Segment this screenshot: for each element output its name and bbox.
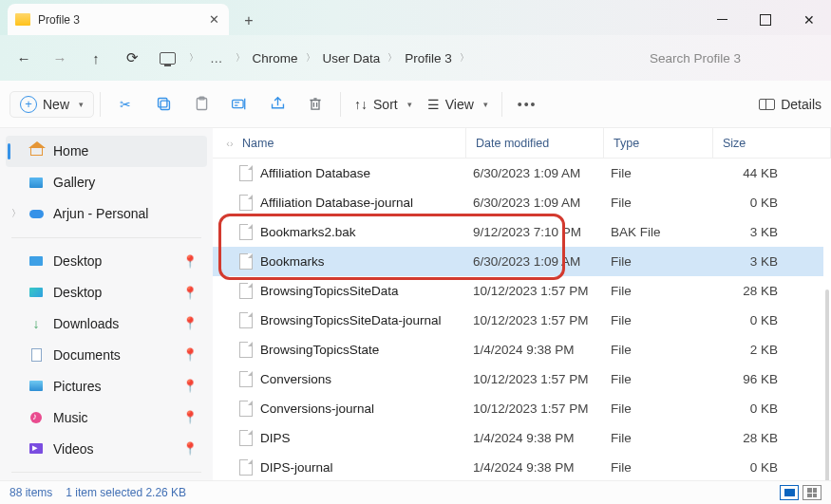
column-header-type[interactable]: Type	[604, 128, 713, 158]
chevron-right-icon[interactable]: 〉	[387, 51, 397, 65]
pin-icon[interactable]: 📍	[182, 410, 198, 424]
file-name: Affiliation Database-journal	[260, 196, 413, 210]
cut-button[interactable]: ✂	[106, 97, 144, 112]
file-size: 44 KB	[710, 166, 823, 180]
copy-button[interactable]	[144, 96, 182, 112]
table-row[interactable]: Conversions-journal10/12/2023 1:57 PMFil…	[213, 394, 823, 423]
sidebar-item-downloads[interactable]: Downloads 📍	[6, 308, 207, 340]
table-row[interactable]: DIPS-journal1/4/2024 9:38 PMFile0 KB	[213, 453, 823, 480]
new-tab-button[interactable]: +	[235, 7, 263, 35]
chevron-right-icon[interactable]: 〉	[189, 51, 198, 65]
sidebar-item-onedrive[interactable]: 〉 Arjun - Personal	[6, 198, 207, 230]
scrollbar[interactable]	[825, 289, 829, 480]
pin-icon[interactable]: 📍	[182, 286, 198, 300]
up-button[interactable]: ↑	[78, 40, 114, 76]
breadcrumb-item[interactable]: Chrome	[253, 51, 298, 65]
new-button[interactable]: + New ▾	[9, 91, 94, 118]
view-button[interactable]: ☰ View ▾	[420, 91, 496, 118]
search-input[interactable]: Search Profile 3	[640, 43, 825, 74]
file-type: File	[601, 401, 710, 416]
table-row[interactable]: BrowsingTopicsState1/4/2024 9:38 PMFile2…	[213, 335, 823, 364]
pin-icon[interactable]: 📍	[182, 347, 198, 362]
file-size: 0 KB	[710, 313, 823, 327]
sidebar-item-pictures[interactable]: Pictures 📍	[6, 370, 207, 401]
breadcrumb-item[interactable]: Profile 3	[405, 51, 452, 65]
delete-button[interactable]	[296, 96, 334, 112]
back-button[interactable]: ←	[6, 40, 42, 76]
sidebar-item-gallery[interactable]: Gallery	[6, 167, 207, 198]
breadcrumb[interactable]: 〉 … 〉 Chrome 〉 User Data 〉 Profile 3 〉	[154, 43, 631, 74]
details-label: Details	[781, 97, 822, 112]
gallery-icon	[29, 177, 43, 188]
sidebar-item-desktop[interactable]: Desktop 📍	[6, 277, 207, 308]
file-size: 0 KB	[710, 401, 823, 416]
file-type: File	[601, 284, 710, 298]
file-name: BrowsingTopicsSiteData	[260, 284, 399, 298]
file-type: File	[601, 196, 710, 210]
file-name: Bookmarks2.bak	[260, 225, 356, 239]
more-button[interactable]: •••	[508, 97, 547, 112]
sidebar-item-documents[interactable]: Documents 📍	[6, 339, 207, 370]
sort-label: Sort	[373, 97, 398, 112]
file-type: BAK File	[601, 225, 710, 239]
chevron-right-icon[interactable]: 〉	[460, 51, 469, 65]
file-date: 1/4/2024 9:38 PM	[463, 460, 601, 475]
pin-icon[interactable]: 📍	[182, 316, 198, 330]
overflow-icon[interactable]: …	[210, 51, 224, 65]
close-button[interactable]: ✕	[787, 4, 831, 35]
sidebar-item-label: Desktop	[53, 253, 102, 269]
table-row[interactable]: DIPS1/4/2024 9:38 PMFile28 KB	[213, 423, 823, 453]
paste-button[interactable]	[182, 96, 220, 112]
sidebar-item-videos[interactable]: Videos 📍	[6, 433, 207, 464]
details-icon	[759, 99, 775, 110]
sort-button[interactable]: ↑↓ Sort ▾	[347, 91, 420, 118]
share-button[interactable]	[258, 96, 296, 112]
rename-button[interactable]	[220, 96, 258, 112]
tab-close-icon[interactable]: ✕	[209, 12, 219, 27]
file-list[interactable]: Affiliation Database6/30/2023 1:09 AMFil…	[213, 159, 831, 480]
details-pane-button[interactable]: Details	[759, 97, 822, 112]
forward-button[interactable]: →	[42, 40, 78, 76]
tab[interactable]: Profile 3 ✕	[8, 4, 229, 35]
status-bar: 88 items 1 item selected 2.26 KB	[0, 480, 831, 504]
column-headers: ‹› Name Date modified Type Size	[213, 128, 831, 159]
sort-icon: ↑↓	[354, 97, 368, 112]
column-header-date[interactable]: Date modified	[466, 128, 604, 158]
table-row[interactable]: BrowsingTopicsSiteData-journal10/12/2023…	[213, 306, 823, 335]
sidebar-item-desktop[interactable]: Desktop 📍	[6, 246, 207, 277]
minimize-button[interactable]	[700, 4, 744, 35]
sidebar-item-home[interactable]: Home	[6, 136, 207, 167]
desktop-icon	[29, 256, 43, 266]
status-count: 88 items	[9, 486, 52, 499]
file-date: 6/30/2023 1:09 AM	[463, 254, 601, 269]
list-icon: ☰	[427, 97, 440, 112]
divider	[11, 237, 201, 238]
column-header-size[interactable]: Size	[713, 128, 831, 158]
column-header-name[interactable]: Name	[233, 128, 466, 158]
sidebar-item-music[interactable]: Music 📍	[6, 401, 207, 433]
refresh-button[interactable]: ⟳	[114, 40, 150, 76]
table-row[interactable]: Bookmarks6/30/2023 1:09 AMFile3 KB	[213, 247, 823, 276]
chevron-right-icon[interactable]: 〉	[306, 51, 315, 65]
desktop-icon	[29, 288, 43, 297]
table-row[interactable]: Affiliation Database-journal6/30/2023 1:…	[213, 188, 823, 217]
file-icon	[239, 430, 253, 446]
table-row[interactable]: Bookmarks2.bak9/12/2023 7:10 PMBAK File3…	[213, 217, 823, 247]
chevron-right-icon[interactable]: 〉	[11, 207, 21, 220]
table-row[interactable]: Conversions10/12/2023 1:57 PMFile96 KB	[213, 364, 823, 394]
file-icon	[239, 253, 253, 270]
details-view-button[interactable]	[780, 485, 799, 500]
plus-icon: +	[20, 96, 37, 113]
file-icon	[239, 195, 253, 211]
large-icons-view-button[interactable]	[803, 485, 822, 500]
pin-icon[interactable]: 📍	[182, 254, 198, 269]
chevron-right-icon[interactable]: 〉	[236, 51, 245, 65]
file-date: 1/4/2024 9:38 PM	[463, 431, 601, 445]
breadcrumb-item[interactable]: User Data	[323, 51, 381, 65]
pin-icon[interactable]: 📍	[182, 379, 198, 393]
pin-icon[interactable]: 📍	[182, 441, 198, 456]
maximize-button[interactable]	[744, 4, 787, 35]
table-row[interactable]: BrowsingTopicsSiteData10/12/2023 1:57 PM…	[213, 276, 823, 306]
table-row[interactable]: Affiliation Database6/30/2023 1:09 AMFil…	[213, 159, 823, 188]
download-icon	[30, 318, 43, 329]
